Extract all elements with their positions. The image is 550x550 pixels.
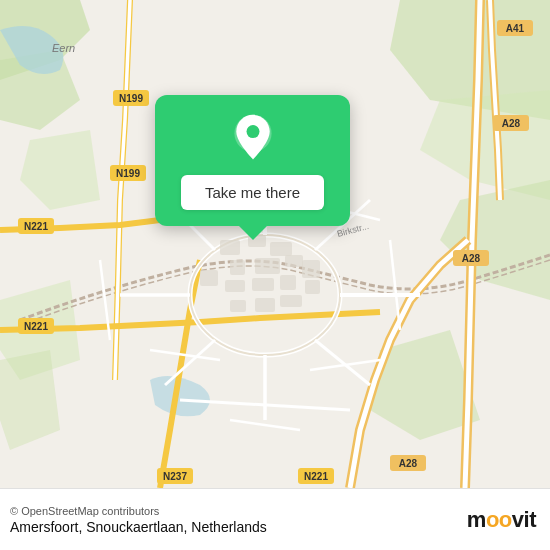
svg-rect-64 [305, 280, 320, 294]
moovit-logo: moovit [467, 507, 536, 533]
svg-marker-7 [0, 350, 60, 450]
svg-text:Eern: Eern [52, 42, 75, 54]
svg-rect-59 [302, 260, 320, 278]
svg-rect-58 [280, 275, 296, 290]
svg-line-23 [310, 360, 380, 370]
map-container[interactable]: N199 N199 N221 N221 N221 N237 A28 A28 A2… [0, 0, 550, 488]
map-svg: N199 N199 N221 N221 N221 N237 A28 A28 A2… [0, 0, 550, 488]
svg-rect-55 [285, 255, 303, 267]
svg-text:N199: N199 [119, 93, 143, 104]
svg-line-26 [390, 240, 400, 330]
svg-text:N237: N237 [163, 471, 187, 482]
moovit-logo-text: moovit [467, 507, 536, 533]
svg-rect-50 [220, 240, 240, 255]
svg-rect-63 [280, 295, 302, 307]
svg-point-10 [190, 235, 340, 355]
svg-rect-53 [230, 260, 245, 275]
app: N199 N199 N221 N221 N221 N237 A28 A28 A2… [0, 0, 550, 550]
svg-rect-62 [255, 298, 275, 312]
svg-rect-57 [252, 278, 274, 291]
location-pin-icon [227, 113, 279, 165]
popup-card: Take me there [155, 95, 350, 226]
svg-marker-5 [440, 180, 550, 300]
svg-marker-2 [20, 130, 100, 210]
svg-text:N199: N199 [116, 168, 140, 179]
svg-text:A28: A28 [502, 118, 521, 129]
svg-point-66 [246, 125, 259, 138]
svg-rect-52 [270, 242, 292, 256]
svg-text:A41: A41 [506, 23, 525, 34]
svg-text:N221: N221 [24, 321, 48, 332]
osm-credit: © OpenStreetMap contributors [10, 505, 267, 517]
svg-rect-60 [200, 270, 218, 286]
footer: © OpenStreetMap contributors Amersfoort,… [0, 488, 550, 550]
location-name: Amersfoort, Snouckaertlaan, Netherlands [10, 519, 267, 535]
svg-text:N221: N221 [24, 221, 48, 232]
svg-line-27 [230, 420, 300, 430]
svg-text:N221: N221 [304, 471, 328, 482]
svg-rect-61 [230, 300, 246, 312]
svg-marker-4 [420, 90, 550, 200]
svg-rect-56 [225, 280, 245, 292]
svg-text:A28: A28 [399, 458, 418, 469]
svg-rect-54 [255, 258, 280, 274]
svg-text:A28: A28 [462, 253, 481, 264]
svg-line-18 [165, 340, 215, 385]
take-me-there-button[interactable]: Take me there [181, 175, 324, 210]
footer-left: © OpenStreetMap contributors Amersfoort,… [10, 505, 267, 535]
